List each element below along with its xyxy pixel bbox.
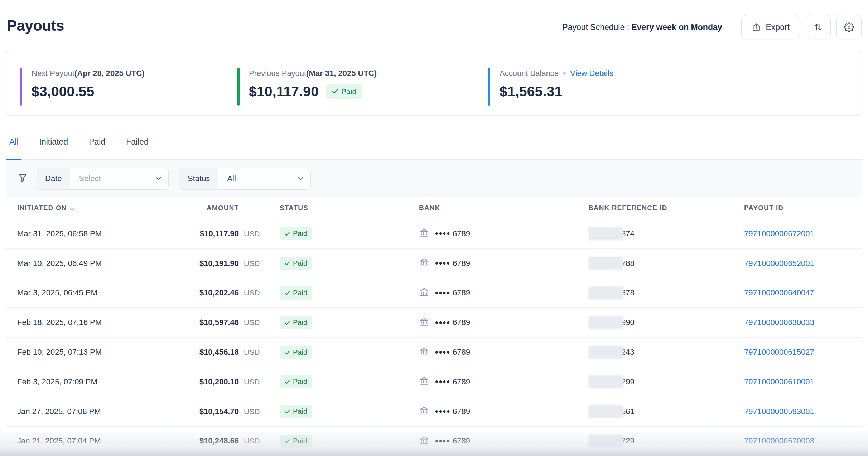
initiated-on-cell: Mar 10, 2025, 06:49 PM (17, 259, 196, 268)
initiated-on-header-label: INITIATED ON (17, 204, 67, 212)
bank-account-mask: •••• (435, 288, 450, 297)
bank-account-mask: •••• (435, 318, 450, 327)
bank-account-mask: •••• (435, 407, 450, 416)
amount-cell: $10,200.10 (196, 377, 239, 387)
previous-payout-summary: Previous Payout (Mar 31, 2025 UTC) $10,1… (237, 68, 377, 106)
payouts-page: Payouts Payout Schedule : Every week on … (0, 0, 868, 456)
tab-paid[interactable]: Paid (89, 134, 105, 159)
status-cell: Paid (280, 316, 419, 329)
summary-card: Next Payout (Apr 28, 2025 UTC) $3,000.55… (6, 50, 862, 116)
payout-id-link[interactable]: 7971000000570003 (744, 436, 862, 446)
previous-payout-label: Previous Payout (Mar 31, 2025 UTC) (249, 69, 377, 78)
sort-button[interactable] (806, 15, 831, 39)
export-button[interactable]: Export (741, 15, 800, 39)
check-icon (285, 348, 290, 356)
table-row[interactable]: Mar 31, 2025, 06:58 PM $10,117.90 USD Pa… (6, 219, 862, 249)
funnel-icon (17, 173, 28, 185)
bank-reference-cell: 243 (588, 346, 744, 359)
initiated-on-cell: Feb 10, 2025, 07:13 PM (17, 348, 196, 357)
filter-bar: Date Select Status All (6, 160, 862, 197)
column-header-amount: AMOUNT (196, 204, 239, 212)
bank-account-last4: 6789 (453, 348, 470, 357)
payout-id-link[interactable]: 7971000000640047 (744, 288, 862, 297)
payout-id-link[interactable]: 7971000000652001 (744, 259, 862, 268)
column-header-status: STATUS (280, 204, 419, 212)
check-icon (285, 229, 290, 238)
bank-cell: ••••6789 (419, 287, 588, 299)
table-header: INITIATED ON AMOUNT STATUS BANK BANK REF… (6, 197, 862, 219)
status-badge: Paid (280, 316, 312, 329)
sort-arrows-icon (813, 22, 823, 32)
status-badge-label: Paid (293, 229, 307, 238)
bank-cell: ••••6789 (419, 346, 588, 358)
currency-label: USD (239, 378, 280, 386)
status-filter-select[interactable]: Status All (179, 168, 311, 190)
payout-id-link[interactable]: 7971000000630033 (744, 318, 862, 327)
currency-label: USD (239, 407, 280, 416)
table-row[interactable]: Mar 3, 2025, 06:45 PM $10,202.46 USD Pai… (6, 278, 862, 308)
tab-all[interactable]: All (9, 134, 19, 159)
payout-id-link[interactable]: 7971000000672001 (744, 229, 862, 238)
next-payout-label: Next Payout (Apr 28, 2025 UTC) (32, 69, 144, 78)
table-row[interactable]: Jan 21, 2025, 07:04 PM $10,248.66 USD Pa… (6, 427, 862, 456)
bank-icon (419, 257, 429, 269)
status-badge: Paid (280, 227, 312, 240)
bank-reference-cell: 299 (588, 375, 744, 388)
column-header-payout-id: PAYOUT ID (744, 204, 862, 212)
previous-payout-date: (Mar 31, 2025 UTC) (306, 69, 377, 78)
header-divider (732, 20, 732, 35)
date-filter-value: Select (70, 168, 156, 189)
table-row[interactable]: Jan 27, 2025, 07:06 PM $10,154.70 USD Pa… (6, 397, 862, 427)
chevron-down-icon (156, 168, 168, 189)
table-row[interactable]: Feb 3, 2025, 07:09 PM $10,200.10 USD Pai… (6, 367, 862, 397)
check-icon (285, 319, 290, 327)
previous-payout-badge-label: Paid (341, 87, 356, 96)
bank-cell: ••••6789 (419, 435, 588, 447)
currency-label: USD (239, 259, 280, 268)
next-payout-summary: Next Payout (Apr 28, 2025 UTC) $3,000.55 (20, 68, 144, 106)
filter-button[interactable] (17, 173, 28, 185)
next-payout-label-prefix: Next Payout (32, 69, 74, 78)
bank-icon (419, 346, 429, 358)
status-badge: Paid (280, 286, 312, 300)
bank-cell: ••••6789 (419, 406, 588, 417)
check-icon (285, 407, 290, 416)
table-row[interactable]: Feb 18, 2025, 07:16 PM $10,597.46 USD Pa… (6, 308, 862, 338)
amount-cell: $10,202.46 (196, 288, 239, 297)
bank-reference-cell: 729 (588, 435, 744, 448)
payout-id-link[interactable]: 7971000000593001 (744, 407, 862, 416)
column-header-initiated-on[interactable]: INITIATED ON (17, 204, 196, 212)
check-icon (285, 289, 290, 297)
status-badge-label: Paid (293, 289, 307, 297)
next-payout-amount: $3,000.55 (32, 84, 94, 100)
export-icon (752, 23, 761, 32)
tab-initiated[interactable]: Initiated (39, 134, 68, 159)
status-badge-label: Paid (293, 378, 307, 386)
status-badge-label: Paid (293, 437, 307, 445)
bank-account-mask: •••• (435, 229, 450, 238)
amount-cell: $10,597.46 (196, 318, 239, 327)
bank-reference-cell: 374 (588, 227, 744, 240)
account-balance-label-row: Account Balance View Details (500, 69, 613, 78)
gear-icon (844, 22, 854, 32)
date-filter-select[interactable]: Date Select (37, 168, 169, 190)
settings-button[interactable] (836, 15, 862, 39)
payout-id-link[interactable]: 7971000000615027 (744, 348, 862, 357)
bank-account-mask: •••• (435, 437, 450, 446)
table-row[interactable]: Mar 10, 2025, 06:49 PM $10,191.90 USD Pa… (6, 249, 862, 278)
bank-account-last4: 6789 (453, 377, 470, 387)
view-details-link[interactable]: View Details (570, 69, 613, 78)
status-cell: Paid (280, 375, 419, 388)
currency-label: USD (239, 348, 280, 356)
export-button-label: Export (766, 23, 790, 32)
initiated-on-cell: Mar 31, 2025, 06:58 PM (17, 229, 196, 238)
bank-account-last4: 6789 (453, 318, 470, 327)
tab-failed[interactable]: Failed (126, 134, 149, 159)
status-badge-label: Paid (293, 319, 307, 327)
table-row[interactable]: Feb 10, 2025, 07:13 PM $10,456.18 USD Pa… (6, 338, 862, 367)
initiated-on-cell: Feb 18, 2025, 07:16 PM (17, 318, 196, 327)
bank-icon (419, 406, 429, 417)
status-badge: Paid (280, 375, 312, 388)
status-cell: Paid (280, 435, 419, 448)
payout-id-link[interactable]: 7971000000610001 (744, 377, 862, 387)
